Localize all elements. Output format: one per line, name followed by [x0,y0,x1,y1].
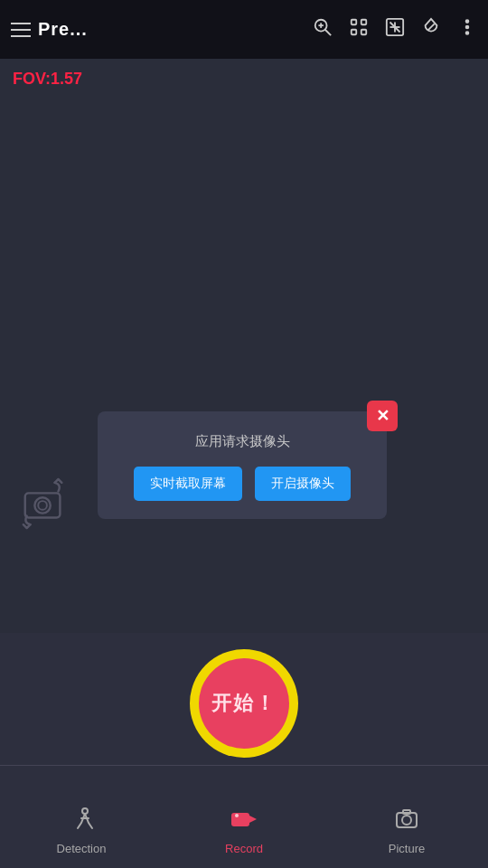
toolbar: Pre... [0,0,488,59]
svg-point-17 [34,497,50,513]
picture-label: Picture [389,842,425,855]
toolbar-icons [313,17,477,42]
svg-point-22 [235,814,239,817]
dialog-title: 应用请求摄像头 [116,433,369,450]
svg-marker-21 [249,816,257,823]
svg-rect-5 [361,20,367,25]
svg-rect-20 [231,813,249,826]
search-zoom-icon[interactable] [313,17,333,42]
fov-label: FOV:1.57 [13,70,82,89]
tab-picture[interactable]: Picture [326,807,487,855]
svg-point-18 [38,501,47,510]
camera-preview: FOV:1.57 ✕ 应用请求摄像头 实时截取屏幕 开启摄像头 [0,59,488,633]
bottom-bar: 开始！ Detection [0,633,488,868]
tab-detection[interactable]: Detection [1,807,162,855]
start-button-wrapper[interactable]: 开始！ [190,649,298,758]
svg-line-1 [325,30,331,35]
nav-divider [0,765,488,766]
focus-icon[interactable] [349,17,369,42]
picture-icon [394,807,419,838]
svg-rect-7 [361,30,367,35]
start-button[interactable]: 开始！ [199,658,289,749]
drop-icon[interactable] [421,17,441,42]
svg-rect-4 [352,20,357,25]
svg-point-13 [466,20,469,23]
screenshot-button[interactable]: 实时截取屏幕 [134,467,242,501]
toolbar-left: Pre... [11,19,88,40]
svg-line-12 [427,24,434,30]
menu-icon[interactable] [11,23,31,37]
exposure-icon[interactable] [385,17,405,42]
detection-label: Detection [57,842,107,855]
svg-rect-6 [352,30,357,35]
svg-point-15 [466,32,469,34]
tab-record[interactable]: Record [164,807,324,855]
more-icon[interactable] [457,17,477,42]
dialog-close-button[interactable]: ✕ [367,401,398,431]
dialog-buttons: 实时截取屏幕 开启摄像头 [116,467,369,501]
camera-rotate-icon[interactable] [18,477,70,533]
camera-permission-dialog: ✕ 应用请求摄像头 实时截取屏幕 开启摄像头 [98,411,387,519]
svg-point-24 [402,816,411,825]
toolbar-title: Pre... [38,19,88,40]
open-camera-button[interactable]: 开启摄像头 [255,467,351,501]
record-label: Record [225,842,263,855]
record-icon [230,807,258,838]
svg-point-14 [466,26,469,29]
detection-icon [69,807,94,838]
nav-tabs: Detection Record [0,807,488,868]
